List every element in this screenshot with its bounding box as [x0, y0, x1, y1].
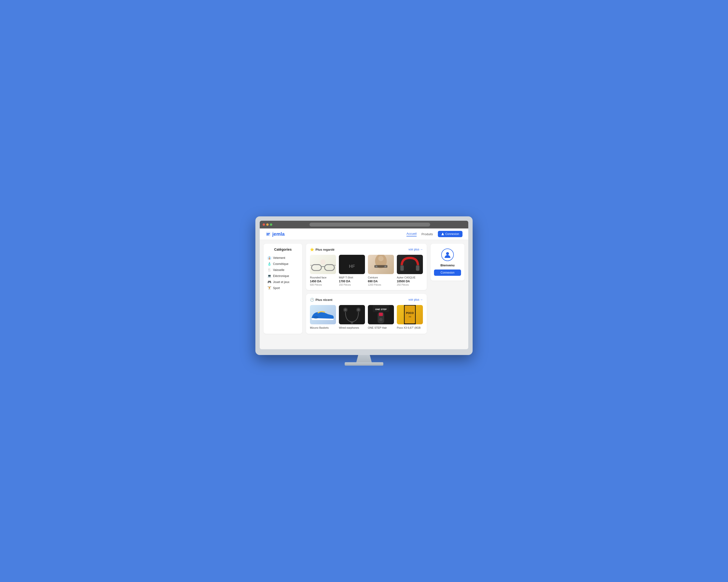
product-pieces-casque: 250 Pièces — [397, 283, 423, 286]
svg-rect-18 — [400, 265, 404, 271]
svg-rect-1 — [266, 233, 270, 234]
plus-regarde-grid: Rounded face 1450 DA 500 Pièces — [310, 255, 423, 286]
product-card-phone[interactable]: POCO X3 Poco X3 6,67" (8GB — [397, 305, 423, 330]
sidebar-item-vetement[interactable]: 👔 Vetement — [267, 255, 298, 261]
main-layout: Catégories 👔 Vetement 🧴 Cosmétique 🍴 Vai… — [260, 240, 468, 337]
plus-regarde-section: ⭐ Plus regardé voir plus → — [306, 244, 427, 290]
traffic-light-yellow[interactable] — [266, 223, 269, 226]
traffic-light-red[interactable] — [263, 223, 265, 226]
browser-chrome — [260, 221, 468, 228]
traffic-lights — [263, 223, 272, 226]
voir-plus-label: voir plus — [409, 248, 419, 251]
welcome-card: Bienvenu Connexion — [431, 244, 464, 281]
avatar-icon — [444, 251, 451, 258]
phone-svg: POCO X3 — [397, 305, 423, 324]
tshirt-svg: HF — [339, 255, 365, 274]
product-price-tshirt: 1700 DA — [339, 280, 365, 283]
welcome-connexion-label: Connexion — [441, 271, 454, 274]
svg-point-30 — [379, 318, 383, 322]
nav-link-produits[interactable]: Produits — [421, 232, 433, 236]
sidebar-item-sport[interactable]: 🏋️ Sport — [267, 285, 298, 291]
logo-text: jemla — [272, 231, 285, 237]
product-image-casque — [397, 255, 423, 274]
user-icon — [441, 232, 444, 235]
logo[interactable]: jemla — [265, 231, 285, 237]
product-name-earphones: Wired earphones — [339, 326, 365, 329]
content-area: ⭐ Plus regardé voir plus → — [306, 244, 427, 334]
cosmetique-icon: 🧴 — [267, 262, 271, 265]
casque-svg — [397, 255, 423, 274]
sidebar-item-vaisselle-label: Vaisselle — [273, 268, 284, 272]
sport-icon: 🏋️ — [267, 286, 271, 290]
product-image-earphones — [339, 305, 365, 324]
sidebar-item-cosmetique-label: Cosmétique — [273, 262, 288, 265]
svg-rect-15 — [385, 265, 386, 267]
plus-recent-section: 🕐 Plus récent voir plus → — [306, 294, 427, 334]
nav-link-accueil[interactable]: Accueil — [407, 232, 417, 236]
sidebar-item-vetement-label: Vetement — [273, 256, 285, 260]
product-card-glasses[interactable]: Rounded face 1450 DA 500 Pièces — [310, 255, 336, 286]
svg-rect-14 — [375, 265, 377, 267]
sidebar-item-jouet[interactable]: 🎮 Jouet et jeux — [267, 279, 298, 285]
product-price-ceinture: 690 DA — [368, 280, 394, 283]
product-name-tshirt: M&P T-Shirt — [339, 276, 365, 279]
plus-regarde-title: ⭐ Plus regardé — [310, 248, 335, 251]
svg-point-12 — [378, 256, 384, 261]
glasses-svg — [310, 255, 336, 273]
product-card-casque[interactable]: Ayker CASQUE 10500 DA 250 Pièces — [397, 255, 423, 286]
product-image-hair: ONE STEP — [368, 305, 394, 324]
star-icon: ⭐ — [310, 248, 314, 251]
earphones-svg — [339, 305, 365, 324]
electronique-icon: 💻 — [267, 274, 271, 278]
product-pieces-ceinture: 1200 Pièces — [368, 283, 394, 286]
connexion-btn-label: Connexion — [445, 232, 459, 236]
product-name-phone: Poco X3 6,67" (8GB — [397, 326, 423, 329]
stand-base — [345, 362, 383, 365]
product-name-ceinture: Ceinture — [368, 276, 394, 279]
sidebar-item-vaisselle[interactable]: 🍴 Vaisselle — [267, 267, 298, 273]
product-price-casque: 10500 DA — [397, 280, 423, 283]
product-card-earphones[interactable]: Wired earphones — [339, 305, 365, 330]
plus-regarde-title-text: Plus regardé — [315, 248, 335, 251]
product-card-tshirt[interactable]: HF M&P T-Shirt 1700 DA 150 Pièces — [339, 255, 365, 286]
stand-neck — [354, 355, 374, 362]
svg-rect-32 — [405, 305, 415, 323]
product-card-ceinture[interactable]: Ceinture 690 DA 1200 Pièces — [368, 255, 394, 286]
monitor: jemla Accueil Produits Connexion — [255, 217, 473, 355]
svg-text:X3: X3 — [409, 315, 411, 318]
sidebar-item-electronique[interactable]: 💻 Eléctronique — [267, 273, 298, 279]
address-bar[interactable] — [309, 223, 430, 227]
traffic-light-green[interactable] — [270, 223, 272, 226]
plus-regarde-voir-plus[interactable]: voir plus → — [409, 248, 423, 251]
sidebar-item-jouet-label: Jouet et jeux — [273, 280, 289, 284]
clock-icon: 🕐 — [310, 298, 314, 302]
product-card-hair[interactable]: ONE STEP ONE STEP Hair — [368, 305, 394, 330]
svg-rect-4 — [312, 265, 321, 271]
plus-recent-header: 🕐 Plus récent voir plus → — [310, 298, 423, 302]
welcome-connexion-button[interactable]: Connexion — [434, 270, 461, 276]
product-card-shoes[interactable]: Mizuno Baskets — [310, 305, 336, 330]
welcome-text: Bienvenu — [441, 263, 455, 267]
product-price-glasses: 1450 DA — [310, 280, 336, 283]
svg-point-25 — [351, 321, 354, 324]
product-pieces-tshirt: 150 Pièces — [339, 283, 365, 286]
svg-text:HF: HF — [349, 264, 355, 269]
monitor-wrapper: jemla Accueil Produits Connexion — [255, 217, 473, 365]
sidebar-item-cosmetique[interactable]: 🧴 Cosmétique — [267, 261, 298, 267]
svg-rect-29 — [379, 313, 383, 316]
product-image-tshirt: HF — [339, 255, 365, 274]
right-panel: Bienvenu Connexion — [431, 244, 464, 334]
plus-recent-title: 🕐 Plus récent — [310, 298, 332, 302]
svg-rect-19 — [416, 265, 419, 271]
plus-recent-voir-plus[interactable]: voir plus → — [409, 298, 423, 301]
jouet-icon: 🎮 — [267, 280, 271, 284]
svg-point-24 — [357, 308, 360, 311]
svg-point-36 — [446, 252, 449, 255]
shoes-svg — [310, 305, 336, 324]
svg-rect-2 — [266, 234, 269, 235]
nav-links: Accueil Produits Connexion — [407, 231, 463, 237]
voir-plus-recent-label: voir plus — [409, 298, 419, 301]
product-image-glasses — [310, 255, 336, 274]
connexion-button[interactable]: Connexion — [438, 231, 463, 237]
plus-recent-grid: Mizuno Baskets — [310, 305, 423, 330]
